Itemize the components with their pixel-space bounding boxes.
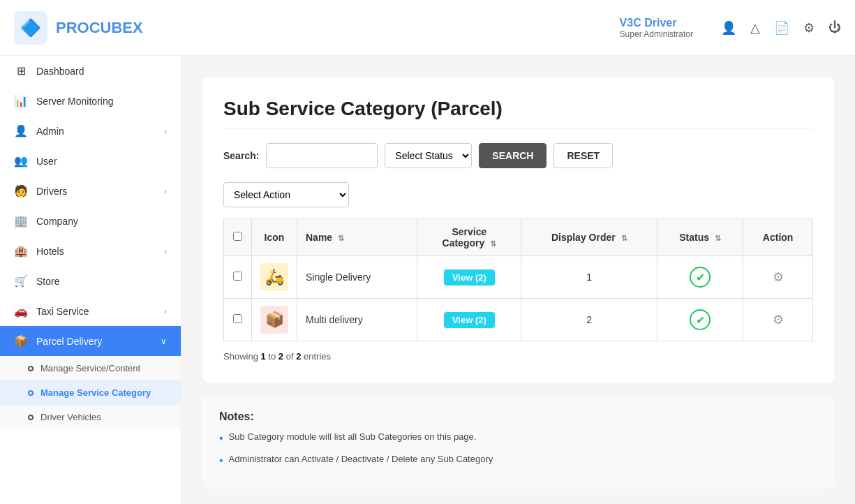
- store-icon: 🛒: [14, 274, 28, 288]
- admin-icon: 👤: [14, 124, 28, 138]
- sidebar-label-user: User: [36, 156, 57, 167]
- sidebar-label-taxi: Taxi Service: [36, 306, 89, 317]
- person-icon[interactable]: 👤: [721, 20, 736, 36]
- sidebar-label-store: Store: [36, 276, 59, 287]
- sidebar-item-drivers[interactable]: 🧑 Drivers ›: [0, 176, 181, 206]
- sort-icon[interactable]: ⇅: [621, 234, 627, 242]
- chevron-right-icon: ›: [164, 186, 167, 196]
- col-header-status: Status ⇅: [657, 219, 743, 256]
- note-item: •Administrator can Activate / Deactivate…: [219, 452, 817, 469]
- row-status: ✔: [657, 256, 743, 299]
- sort-icon[interactable]: ⇅: [490, 239, 496, 248]
- logo: 🔷: [14, 11, 47, 45]
- row-status: ✔: [657, 299, 743, 341]
- settings-icon[interactable]: ⚙: [803, 20, 815, 36]
- taxi-icon: 🚗: [14, 304, 28, 318]
- row-name: Multi delivery: [297, 299, 417, 341]
- sub-label-driver-vehicles: Driver Vehicles: [40, 412, 101, 422]
- pagination-text: Showing 1 to 2 of 2 entries: [223, 351, 813, 362]
- gear-icon[interactable]: ⚙: [773, 270, 784, 284]
- sidebar-item-manage-service-content[interactable]: Manage Service/Content: [0, 356, 181, 380]
- page-card: Sub Service Category (Parcel) Search: Se…: [202, 77, 834, 383]
- sidebar-label-parcel: Parcel Delivery: [36, 336, 102, 347]
- row-select-checkbox[interactable]: [233, 314, 242, 323]
- drivers-icon: 🧑: [14, 184, 28, 198]
- sidebar: ⊞ Dashboard 📊 Server Monitoring 👤 Admin …: [0, 56, 181, 504]
- topbar-title: V3C Driver Super Administrator: [620, 17, 693, 39]
- circle-dot-icon: [28, 366, 34, 371]
- action-select-wrapper: Select Action Delete: [223, 182, 813, 218]
- row-display-order: 1: [521, 256, 657, 299]
- col-header-action: Action: [743, 219, 813, 256]
- row-select-checkbox[interactable]: [233, 272, 242, 281]
- row-icon-cell: 📦: [252, 299, 297, 341]
- pagination-to: 2: [278, 351, 283, 362]
- reset-button[interactable]: RESET: [553, 143, 613, 168]
- notes-title: Notes:: [219, 410, 817, 423]
- file-icon[interactable]: 📄: [774, 20, 789, 36]
- pagination-total: 2: [296, 351, 301, 362]
- brand-name: PROCUBEX: [56, 19, 143, 37]
- sidebar-item-driver-vehicles[interactable]: Driver Vehicles: [0, 405, 181, 429]
- warning-icon[interactable]: △: [750, 20, 760, 36]
- sidebar-item-company[interactable]: 🏢 Company: [0, 206, 181, 236]
- chevron-down-icon: ∨: [161, 336, 167, 346]
- parcel-sub-menu: Manage Service/Content Manage Service Ca…: [0, 356, 181, 429]
- action-select[interactable]: Select Action Delete: [223, 182, 349, 207]
- row-service-category: View (2): [417, 256, 521, 299]
- row-checkbox: [224, 256, 252, 299]
- col-header-display-order: Display Order ⇅: [521, 219, 657, 256]
- gear-icon[interactable]: ⚙: [773, 313, 784, 327]
- sidebar-item-server-monitoring[interactable]: 📊 Server Monitoring: [0, 86, 181, 116]
- sub-label-manage-category: Manage Service Category: [40, 387, 151, 398]
- divider: [223, 128, 813, 129]
- power-icon[interactable]: ⏻: [828, 20, 841, 35]
- sidebar-label-dashboard: Dashboard: [36, 66, 84, 77]
- sidebar-label-hotels: Hotels: [36, 246, 64, 257]
- app-name: V3C Driver: [620, 17, 693, 29]
- sidebar-label-drivers: Drivers: [36, 186, 67, 197]
- row-display-order: 2: [521, 299, 657, 341]
- sidebar-item-dashboard[interactable]: ⊞ Dashboard: [0, 56, 181, 86]
- page-title: Sub Service Category (Parcel): [223, 98, 813, 120]
- view-button[interactable]: View (2): [444, 269, 495, 286]
- row-service-category: View (2): [417, 299, 521, 341]
- bullet-icon: •: [219, 452, 223, 469]
- table-row: 📦 Multi delivery View (2) 2 ✔ ⚙: [224, 299, 813, 341]
- col-header-icon: Icon: [252, 219, 297, 256]
- circle-dot-icon: [28, 415, 34, 420]
- parcel-icon: 📦: [14, 334, 28, 348]
- server-monitoring-icon: 📊: [14, 94, 28, 108]
- circle-dot-icon: [28, 390, 34, 396]
- status-select[interactable]: Select Status Active Inactive: [385, 143, 472, 168]
- sidebar-item-store[interactable]: 🛒 Store: [0, 266, 181, 296]
- sort-icon[interactable]: ⇅: [715, 234, 721, 242]
- app-subtitle: Super Administrator: [620, 29, 693, 39]
- select-all-checkbox[interactable]: [233, 232, 242, 241]
- row-icon: 📦: [260, 306, 288, 334]
- sidebar-item-manage-service-category[interactable]: Manage Service Category: [0, 380, 181, 405]
- hotels-icon: 🏨: [14, 244, 28, 258]
- sidebar-item-parcel-delivery[interactable]: 📦 Parcel Delivery ∨: [0, 326, 181, 356]
- sidebar-item-user[interactable]: 👥 User: [0, 146, 181, 176]
- row-icon: 🛵: [260, 263, 288, 291]
- dashboard-icon: ⊞: [14, 64, 28, 77]
- chevron-right-icon: ›: [164, 126, 167, 136]
- company-icon: 🏢: [14, 214, 28, 228]
- sidebar-item-hotels[interactable]: 🏨 Hotels ›: [0, 236, 181, 266]
- row-action: ⚙: [743, 299, 813, 341]
- topbar-icons: 👤 △ 📄 ⚙ ⏻: [721, 20, 841, 36]
- sidebar-item-admin[interactable]: 👤 Admin ›: [0, 116, 181, 146]
- logo-icon: 🔷: [20, 18, 41, 38]
- user-icon: 👥: [14, 154, 28, 168]
- sidebar-item-taxi-service[interactable]: 🚗 Taxi Service ›: [0, 296, 181, 326]
- view-button[interactable]: View (2): [444, 312, 495, 328]
- brand-section: 🔷 PROCUBEX: [14, 11, 143, 45]
- sub-label-manage-content: Manage Service/Content: [40, 363, 140, 373]
- sidebar-label-admin: Admin: [36, 126, 64, 137]
- table-row: 🛵 Single Delivery View (2) 1 ✔ ⚙: [224, 256, 813, 299]
- search-input[interactable]: [266, 143, 378, 168]
- sidebar-label-server-monitoring: Server Monitoring: [36, 96, 114, 107]
- search-button[interactable]: SEARCH: [479, 143, 547, 168]
- sort-icon[interactable]: ⇅: [338, 234, 344, 242]
